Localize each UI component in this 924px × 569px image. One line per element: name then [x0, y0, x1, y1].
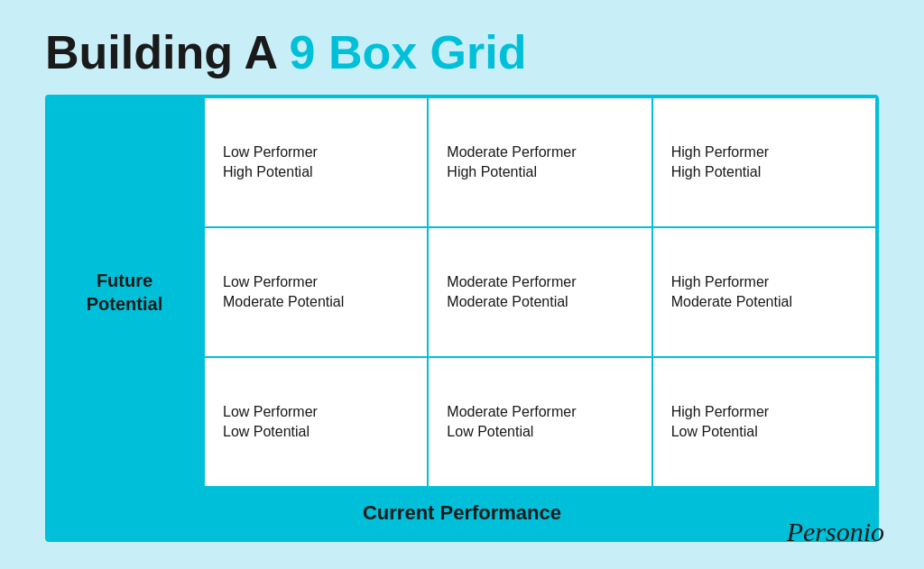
cell-high-performer-moderate-potential: High PerformerModerate Potential	[652, 227, 876, 357]
current-performance-footer: Current Performance	[48, 487, 876, 539]
cell-low-performer-low-potential: Low PerformerLow Potential	[204, 357, 428, 487]
future-potential-label: FuturePotential	[87, 269, 162, 316]
cell-moderate-performer-low-potential: Moderate PerformerLow Potential	[428, 357, 651, 487]
cell-high-performer-low-potential: High PerformerLow Potential	[652, 357, 876, 487]
nine-box-grid: FuturePotential Low PerformerHigh Potent…	[45, 95, 879, 542]
cell-low-performer-high-potential: Low PerformerHigh Potential	[204, 97, 428, 227]
personio-logo: Personio	[787, 517, 884, 547]
grid-main: FuturePotential Low PerformerHigh Potent…	[48, 97, 876, 487]
title-text-part1: Building A	[45, 26, 290, 78]
page-title: Building A 9 Box Grid	[45, 27, 879, 78]
future-potential-header: FuturePotential	[48, 97, 201, 487]
grid-cells: Low PerformerHigh Potential Moderate Per…	[201, 97, 876, 487]
title-highlight: 9 Box Grid	[290, 26, 527, 78]
cell-low-performer-moderate-potential: Low PerformerModerate Potential	[204, 227, 428, 357]
cell-moderate-performer-high-potential: Moderate PerformerHigh Potential	[428, 97, 651, 227]
page-container: Building A 9 Box Grid FuturePotential Lo…	[0, 0, 924, 569]
current-performance-label: Current Performance	[363, 501, 561, 525]
cell-moderate-performer-moderate-potential: Moderate PerformerModerate Potential	[428, 227, 651, 357]
cell-high-performer-high-potential: High PerformerHigh Potential	[652, 97, 876, 227]
